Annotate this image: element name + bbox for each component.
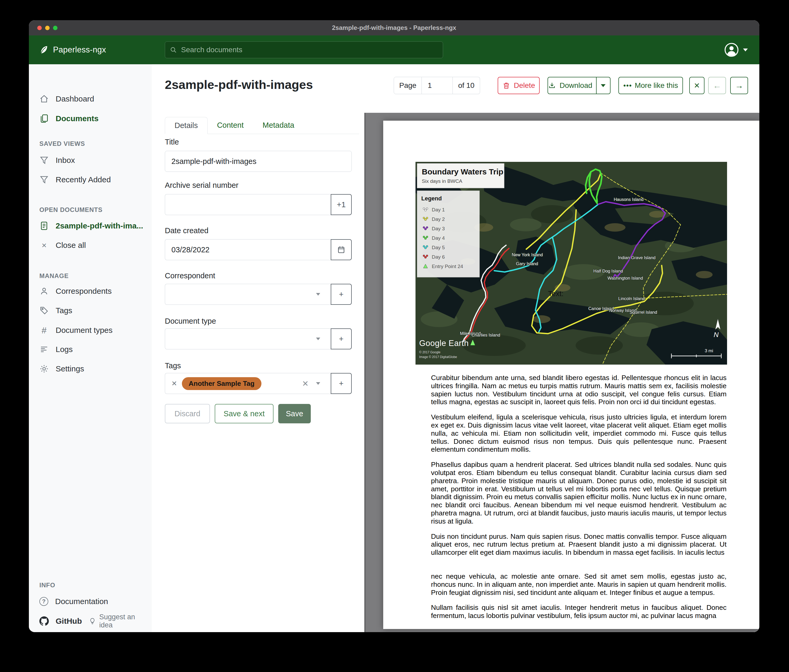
user-menu[interactable] (724, 35, 748, 64)
legend-label: Day 5 (432, 245, 445, 250)
sidebar-item-label: Correspondents (56, 287, 112, 296)
paragraph: nec neque vehicula, ac molestie ante orn… (431, 572, 727, 596)
search-bar[interactable] (165, 41, 443, 58)
calendar-icon (337, 245, 345, 254)
minimize-window-button[interactable] (45, 26, 50, 30)
sidebar-item-github[interactable]: GitHub Suggest an idea (29, 611, 152, 631)
download-button[interactable]: Download (548, 77, 610, 94)
north-label: N (714, 331, 719, 339)
sidebar-item-inbox[interactable]: Inbox (29, 150, 152, 170)
sidebar-item-label: Inbox (56, 156, 75, 165)
map-text-annotation: Text: (548, 290, 564, 298)
island-label: Half Dog Island (593, 269, 623, 273)
discard-button[interactable]: Discard (165, 404, 210, 424)
asn-field[interactable] (165, 194, 331, 215)
arrow-right-icon: → (735, 81, 743, 91)
tab-content[interactable]: Content (208, 117, 253, 134)
sidebar-item-documentation[interactable]: ? Documentation (29, 591, 152, 611)
map-subtitle: Six days in BWCA (422, 178, 462, 184)
sidebar-item-settings[interactable]: Settings (29, 359, 152, 379)
island-label: Hausons Island (614, 197, 644, 202)
file-text-icon (39, 221, 49, 231)
tab-metadata[interactable]: Metadata (253, 117, 304, 134)
island-label: Indian Grave Island (618, 255, 655, 260)
sidebar-item-label: Settings (56, 364, 84, 373)
paragraph: Nullam facilisis quis nisl sit amet iacu… (431, 604, 727, 620)
gear-icon (39, 364, 49, 374)
sidebar-item-label: Document types (56, 326, 113, 335)
correspondent-select[interactable] (165, 284, 331, 305)
clear-tags-icon[interactable]: ✕ (302, 379, 309, 388)
title-field[interactable] (165, 151, 352, 172)
sidebar-item-open-document[interactable]: 2sample-pdf-with-ima... (29, 216, 152, 236)
suggest-idea-label: Suggest an idea (99, 613, 143, 629)
add-tag-button[interactable]: + (331, 373, 352, 394)
previous-document-button[interactable]: ← (708, 77, 726, 94)
brand-label: Paperless-ngx (53, 45, 106, 54)
legend-label: Day 2 (432, 217, 445, 222)
sidebar-item-label: Recently Added (56, 175, 111, 184)
sidebar-item-label: Tags (56, 306, 72, 315)
sidebar-item-label: Close all (56, 241, 86, 250)
download-options-button[interactable] (596, 77, 610, 94)
sidebar-item-recently-added[interactable]: Recently Added (29, 170, 152, 189)
window-title: 2sample-pdf-with-images - Paperless-ngx (332, 24, 456, 32)
chevron-down-icon (601, 84, 605, 87)
section-open-documents: OPEN DOCUMENTS (29, 206, 152, 214)
save-next-button[interactable]: Save & next (215, 404, 273, 424)
app-window: 2sample-pdf-with-images - Paperless-ngx … (29, 20, 759, 632)
close-document-button[interactable]: ✕ (689, 77, 704, 94)
map-scale-label: 3 mi (705, 348, 713, 353)
tag-icon (39, 306, 49, 315)
sidebar-item-suggest-idea[interactable]: Suggest an idea (89, 613, 152, 629)
zoom-window-button[interactable] (53, 26, 57, 30)
map-legend: Legend Day 1 Day 2 Day 3 Day 4 Day 5 (417, 191, 479, 277)
close-window-button[interactable] (37, 26, 42, 30)
add-document-type-button[interactable]: + (331, 328, 352, 349)
page-number-input[interactable] (427, 81, 449, 90)
date-created-field[interactable] (165, 239, 331, 260)
sidebar-item-label: 2sample-pdf-with-ima... (56, 221, 143, 230)
add-correspondent-button[interactable]: + (331, 284, 352, 305)
pdf-preview-pane[interactable]: Hausons Island New York Island Gary Isla… (364, 113, 759, 632)
asn-field-label: Archive serial number (165, 181, 238, 189)
more-like-this-button[interactable]: ••• More like this (618, 77, 683, 94)
sidebar-item-documents[interactable]: Documents (29, 108, 152, 129)
sidebar-item-label: Documents (56, 114, 98, 123)
delete-button[interactable]: Delete (498, 77, 540, 94)
dots-icon: ••• (623, 81, 632, 90)
map-attribution-line2: Image © 2017 DigitalGlobe (419, 355, 457, 359)
funnel-icon (39, 175, 49, 185)
remove-tag-icon[interactable]: ✕ (171, 379, 177, 388)
user-avatar-icon (724, 43, 739, 57)
sidebar-item-logs[interactable]: Logs (29, 339, 152, 359)
map-title: Boundary Waters Trip (422, 167, 503, 176)
asn-next-button[interactable]: +1 (331, 194, 352, 215)
app-header: Paperless-ngx (29, 35, 759, 64)
home-icon (39, 94, 49, 104)
chevron-down-icon (316, 382, 320, 385)
legend-label: Day 3 (432, 226, 445, 231)
sidebar-item-correspondents[interactable]: Correspondents (29, 281, 152, 301)
island-label: New York Island (512, 252, 543, 257)
sidebar-item-document-types[interactable]: # Document types (29, 320, 152, 340)
brand[interactable]: Paperless-ngx (39, 35, 106, 64)
sidebar-item-dashboard[interactable]: Dashboard (29, 89, 152, 109)
document-type-select[interactable] (165, 328, 331, 349)
tag-badge[interactable]: Another Sample Tag (182, 377, 262, 390)
search-input[interactable] (180, 45, 438, 54)
island-label: Lincoln Island (618, 296, 645, 301)
tab-details[interactable]: Details (165, 117, 208, 134)
next-document-button[interactable]: → (730, 77, 748, 94)
page-total: of 10 (453, 77, 480, 94)
tags-select[interactable]: ✕ Another Sample Tag ✕ (165, 373, 331, 394)
legend-label: Day 6 (432, 254, 445, 260)
date-created-label: Date created (165, 226, 208, 235)
sidebar-item-tags[interactable]: Tags (29, 301, 152, 320)
legend-label: Entry Point 24 (432, 264, 463, 269)
paragraph: Duis non tincidunt purus. Nam quis sapie… (431, 532, 727, 557)
calendar-button[interactable] (331, 239, 352, 260)
sidebar-item-close-all[interactable]: × Close all (29, 235, 152, 255)
save-button[interactable]: Save (278, 404, 311, 424)
delete-label: Delete (514, 81, 535, 90)
